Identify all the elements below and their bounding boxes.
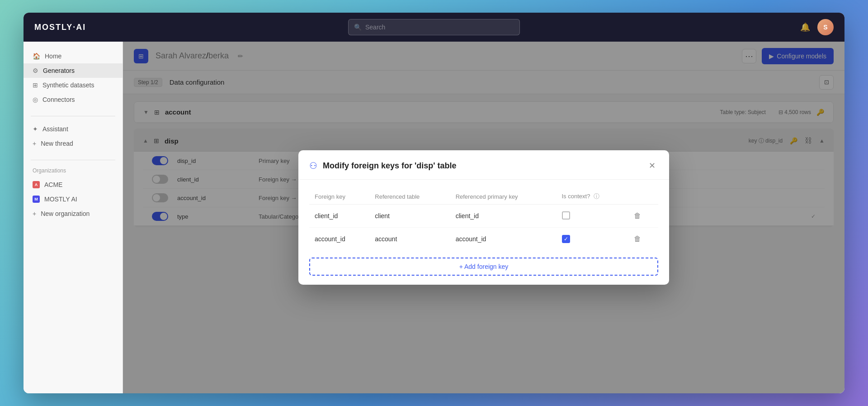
checkbox-account-context[interactable]: ✓ xyxy=(562,235,570,243)
col-header-is-context: Is context? ⓘ xyxy=(557,189,627,205)
content-area: ⊞ Sarah Alvarez/berka ✏ ⋯ ▶ Configure mo… xyxy=(123,42,844,393)
sidebar-item-connectors[interactable]: ◎ Connectors xyxy=(24,92,123,107)
sidebar-item-label: MOSTLY AI xyxy=(44,196,77,203)
foreign-keys-table: Foreign key Referenced table Referenced … xyxy=(309,189,658,250)
sidebar-item-home[interactable]: 🏠 Home xyxy=(24,49,123,63)
mostly-ai-org-dot: M xyxy=(33,196,40,203)
main-layout: 🏠 Home ⚙ Generators ⊞ Synthetic datasets… xyxy=(24,42,844,393)
fk-cell-foreign-key: account_id xyxy=(309,228,369,251)
checkbox-client-context[interactable] xyxy=(562,211,570,220)
fk-cell-primary-key: client_id xyxy=(450,205,557,228)
sidebar-item-synthetic-datasets[interactable]: ⊞ Synthetic datasets xyxy=(24,78,123,92)
assistant-icon: ✦ xyxy=(33,125,38,133)
fk-row-account: account_id account account_id ✓ 🗑 xyxy=(309,228,658,251)
home-icon: 🏠 xyxy=(33,53,40,60)
sidebar-item-label: Synthetic datasets xyxy=(42,81,94,89)
plus-icon: + xyxy=(33,140,36,147)
acme-org-dot: A xyxy=(33,181,40,188)
sidebar-item-mostly-ai[interactable]: M MOSTLY AI xyxy=(24,192,123,206)
fk-cell-foreign-key: client_id xyxy=(309,205,369,228)
sidebar-divider-2 xyxy=(31,160,115,160)
sidebar-item-label: Connectors xyxy=(42,96,75,103)
fk-cell-primary-key: account_id xyxy=(450,228,557,251)
app-window: MOSTLY·AI 🔍 🔔 S 🏠 Home ⚙ Generators xyxy=(24,13,844,393)
modal-icon: ⚇ xyxy=(309,160,317,171)
delete-fk-client-button[interactable]: 🗑 xyxy=(632,210,643,222)
sidebar-item-label: Home xyxy=(45,53,61,60)
new-org-plus-icon: + xyxy=(33,210,36,217)
info-icon[interactable]: ⓘ xyxy=(594,193,599,200)
modal-overlay[interactable]: ⚇ Modify foreign keys for 'disp' table ✕… xyxy=(123,42,844,393)
col-header-referenced-table: Referenced table xyxy=(369,189,450,205)
fk-cell-is-context: ✓ xyxy=(557,228,627,251)
sidebar-item-label: Generators xyxy=(43,67,75,74)
search-input[interactable] xyxy=(365,24,514,31)
modal-close-button[interactable]: ✕ xyxy=(646,159,658,172)
topbar-right: 🔔 S xyxy=(800,19,834,35)
sidebar: 🏠 Home ⚙ Generators ⊞ Synthetic datasets… xyxy=(24,42,123,393)
sidebar-item-label: ACME xyxy=(44,181,62,188)
sidebar-item-label: New organization xyxy=(41,210,90,217)
sidebar-item-new-thread[interactable]: + New thread xyxy=(24,136,123,151)
organizations-label: Organizations xyxy=(24,166,123,177)
sidebar-item-label: New thread xyxy=(41,140,73,147)
avatar[interactable]: S xyxy=(817,19,834,35)
generators-icon: ⚙ xyxy=(33,67,38,74)
sidebar-item-label: Assistant xyxy=(42,125,68,133)
app-logo: MOSTLY·AI xyxy=(34,23,86,32)
col-header-foreign-key: Foreign key xyxy=(309,189,369,205)
datasets-icon: ⊞ xyxy=(33,81,38,89)
add-foreign-key-button[interactable]: + Add foreign key xyxy=(309,258,658,276)
modal-header: ⚇ Modify foreign keys for 'disp' table ✕ xyxy=(298,150,669,180)
col-header-referenced-primary-key: Referenced primary key xyxy=(450,189,557,205)
modal-body: Foreign key Referenced table Referenced … xyxy=(298,180,669,285)
connectors-icon: ◎ xyxy=(33,96,38,103)
fk-cell-referenced-table: client xyxy=(369,205,450,228)
sidebar-orgs-section: A ACME M MOSTLY AI + New organization xyxy=(24,177,123,221)
notification-icon[interactable]: 🔔 xyxy=(800,22,810,32)
search-bar[interactable]: 🔍 xyxy=(348,19,520,35)
search-icon: 🔍 xyxy=(354,24,362,31)
sidebar-assistant-section: ✦ Assistant + New thread xyxy=(24,122,123,151)
delete-fk-account-button[interactable]: 🗑 xyxy=(632,233,643,245)
topbar: MOSTLY·AI 🔍 🔔 S xyxy=(24,13,844,42)
modal-foreign-keys: ⚇ Modify foreign keys for 'disp' table ✕… xyxy=(298,150,669,285)
sidebar-item-acme[interactable]: A ACME xyxy=(24,177,123,192)
sidebar-item-generators[interactable]: ⚙ Generators xyxy=(24,63,123,78)
sidebar-divider-1 xyxy=(31,116,115,116)
sidebar-item-new-org[interactable]: + New organization xyxy=(24,206,123,221)
sidebar-item-assistant[interactable]: ✦ Assistant xyxy=(24,122,123,136)
fk-cell-referenced-table: account xyxy=(369,228,450,251)
fk-row-client: client_id client client_id 🗑 xyxy=(309,205,658,228)
fk-cell-is-context xyxy=(557,205,627,228)
sidebar-nav-section: 🏠 Home ⚙ Generators ⊞ Synthetic datasets… xyxy=(24,49,123,107)
modal-title: Modify foreign keys for 'disp' table xyxy=(323,161,457,171)
